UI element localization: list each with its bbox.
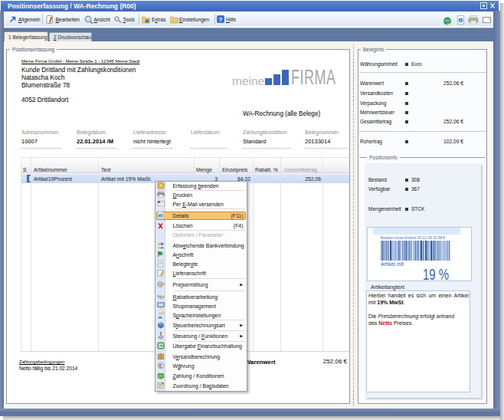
svg-text:€: €	[159, 363, 162, 369]
svg-text:?: ?	[219, 16, 223, 23]
